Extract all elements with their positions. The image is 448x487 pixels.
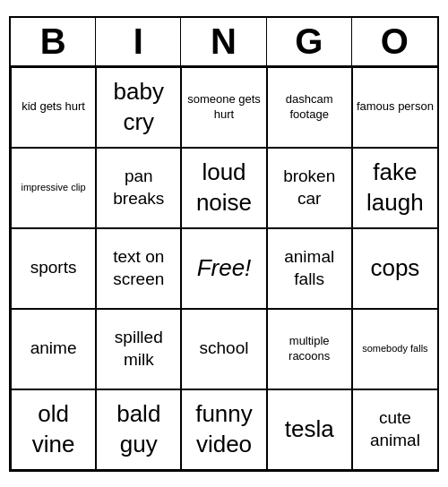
header-letter: B <box>11 18 96 65</box>
bingo-cell[interactable]: loud noise <box>181 148 266 228</box>
bingo-cell[interactable]: anime <box>11 309 96 389</box>
bingo-cell[interactable]: famous person <box>352 67 437 148</box>
header-letter: G <box>267 18 352 65</box>
bingo-cell[interactable]: bald guy <box>96 389 181 470</box>
bingo-cell[interactable]: sports <box>11 228 96 309</box>
bingo-cell[interactable]: broken car <box>267 148 352 228</box>
bingo-cell[interactable]: cute animal <box>352 389 437 470</box>
bingo-cell[interactable]: someone gets hurt <box>181 67 266 148</box>
bingo-cell[interactable]: Free! <box>181 228 266 309</box>
bingo-cell[interactable]: dashcam footage <box>267 67 352 148</box>
bingo-card: BINGO kid gets hurtbaby crysomeone gets … <box>9 16 439 472</box>
bingo-cell[interactable]: text on screen <box>96 228 181 309</box>
bingo-cell[interactable]: old vine <box>11 389 96 470</box>
bingo-grid: kid gets hurtbaby crysomeone gets hurtda… <box>11 67 437 470</box>
bingo-cell[interactable]: cops <box>352 228 437 309</box>
bingo-cell[interactable]: somebody falls <box>352 309 437 389</box>
header-letter: I <box>96 18 181 65</box>
bingo-cell[interactable]: tesla <box>267 389 352 470</box>
bingo-cell[interactable]: animal falls <box>267 228 352 309</box>
bingo-cell[interactable]: impressive clip <box>11 148 96 228</box>
bingo-header: BINGO <box>11 18 437 67</box>
bingo-cell[interactable]: funny video <box>181 389 266 470</box>
bingo-cell[interactable]: fake laugh <box>352 148 437 228</box>
bingo-cell[interactable]: school <box>181 309 266 389</box>
bingo-cell[interactable]: kid gets hurt <box>11 67 96 148</box>
bingo-cell[interactable]: multiple racoons <box>267 309 352 389</box>
bingo-cell[interactable]: baby cry <box>96 67 181 148</box>
bingo-cell[interactable]: spilled milk <box>96 309 181 389</box>
header-letter: N <box>181 18 266 65</box>
header-letter: O <box>352 18 437 65</box>
bingo-cell[interactable]: pan breaks <box>96 148 181 228</box>
